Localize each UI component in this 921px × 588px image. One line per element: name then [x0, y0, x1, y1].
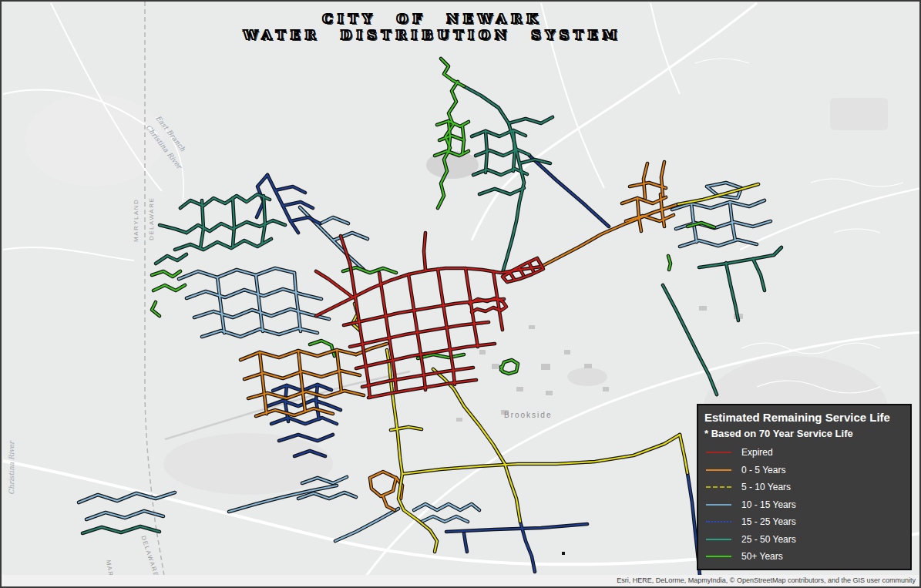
legend-item-2: 5 - 10 Years	[704, 479, 904, 496]
map-title-line2: WATER DISTRIBUTION SYSTEM	[244, 27, 622, 43]
legend-item-3: 10 - 15 Years	[704, 496, 904, 514]
legend-item-label: 15 - 25 Years	[741, 516, 796, 527]
legend-item-6: 50+ Years	[704, 548, 904, 566]
legend-item-label: Expired	[741, 447, 773, 458]
legend-item-label: 50+ Years	[741, 551, 783, 562]
legend-item-label: 25 - 50 Years	[741, 534, 796, 545]
legend-items: Expired0 - 5 Years5 - 10 Years10 - 15 Ye…	[704, 444, 904, 566]
legend-item-0: Expired	[704, 444, 904, 462]
legend-swatch-solid	[706, 556, 731, 557]
attribution-bar: Esri, HERE, DeLorme, MapmyIndia, © OpenS…	[2, 575, 919, 586]
legend-item-4: 15 - 25 Years	[704, 513, 904, 531]
legend-swatch-dotted	[706, 521, 731, 522]
legend-item-label: 10 - 15 Years	[741, 499, 796, 510]
legend-swatch-solid	[706, 469, 731, 471]
map-title: CITY OF NEWARK WATER DISTRIBUTION SYSTEM	[244, 11, 622, 43]
map-title-line1: CITY OF NEWARK	[244, 11, 622, 27]
map-export-page: CITY OF NEWARK WATER DISTRIBUTION SYSTEM…	[0, 0, 921, 588]
legend-item-1: 0 - 5 Years	[704, 462, 904, 479]
legend-swatch-solid	[706, 452, 731, 453]
legend-item-label: 0 - 5 Years	[741, 465, 785, 475]
legend-swatch-dashed	[706, 486, 731, 488]
pipe-network	[79, 59, 782, 576]
legend-item-label: 5 - 10 Years	[741, 482, 791, 492]
legend-panel: Estimated Remaining Service Life * Based…	[697, 404, 912, 570]
legend-subtitle: * Based on 70 Year Service Life	[704, 428, 904, 439]
legend-title: Estimated Remaining Service Life	[704, 411, 904, 424]
legend-swatch-solid	[706, 504, 731, 506]
legend-item-5: 25 - 50 Years	[704, 531, 904, 549]
legend-swatch-solid	[706, 539, 731, 540]
